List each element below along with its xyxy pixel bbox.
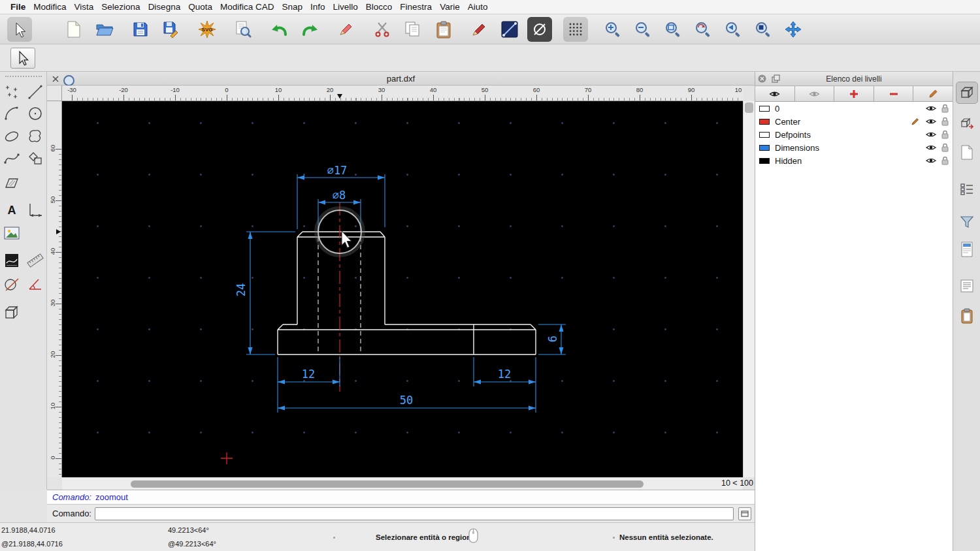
- vertical-scrollbar-thumb[interactable]: [745, 102, 753, 113]
- ellipse-tool-button[interactable]: [1, 127, 22, 146]
- layer-lock-icon[interactable]: [941, 143, 949, 154]
- layer-visibility-icon[interactable]: [926, 118, 936, 127]
- menu-quota[interactable]: Quota: [184, 2, 216, 12]
- layer-color-swatch[interactable]: [759, 119, 770, 125]
- fill-tool-button[interactable]: [1, 251, 22, 270]
- dimension-tool-button[interactable]: [25, 200, 46, 220]
- layer-row-0[interactable]: 0: [755, 102, 953, 115]
- layer-lock-icon[interactable]: [941, 130, 949, 141]
- property-pen-button[interactable]: [467, 17, 492, 42]
- box3d-tool-button[interactable]: [1, 303, 22, 323]
- shape-tool-button[interactable]: [1, 274, 22, 294]
- arc-tool-button[interactable]: [1, 104, 22, 123]
- new-file-button[interactable]: [61, 17, 86, 42]
- layer-row-hidden[interactable]: Hidden: [755, 154, 953, 167]
- hide-all-layers-button[interactable]: [795, 86, 835, 101]
- copy-button[interactable]: [400, 17, 425, 42]
- undo-button[interactable]: [267, 17, 292, 42]
- layer-row-dimensions[interactable]: Dimensions: [755, 141, 953, 154]
- measure-tool-button[interactable]: [25, 251, 46, 270]
- hruler-label: 70: [585, 86, 592, 93]
- text-tool-button[interactable]: A: [1, 200, 22, 220]
- print-preview-button[interactable]: [231, 17, 255, 42]
- layer-color-swatch[interactable]: [759, 145, 770, 151]
- layer-visibility-icon[interactable]: [926, 144, 936, 153]
- zoom-previous-button[interactable]: [721, 17, 745, 42]
- layer-lock-icon[interactable]: [941, 104, 949, 115]
- hatch-tool-button[interactable]: [1, 174, 22, 193]
- layer-visibility-icon[interactable]: [926, 157, 936, 166]
- save-button[interactable]: [128, 17, 153, 42]
- menu-aiuto[interactable]: Aiuto: [464, 2, 492, 12]
- menu-seleziona[interactable]: Seleziona: [97, 2, 144, 12]
- layer-visibility-icon[interactable]: [926, 104, 936, 114]
- select-tool-button[interactable]: [7, 17, 32, 42]
- cut-button[interactable]: [370, 17, 395, 42]
- zoom-out-button[interactable]: [630, 17, 655, 42]
- horizontal-scrollbar[interactable]: [62, 477, 743, 490]
- layer-visibility-icon[interactable]: [926, 131, 936, 140]
- pan-button[interactable]: [781, 17, 806, 42]
- report-panel-toggle-button[interactable]: [956, 238, 978, 260]
- layer-lock-icon[interactable]: [941, 117, 949, 128]
- horizontal-scrollbar-thumb[interactable]: [131, 480, 644, 488]
- circle-tool-button[interactable]: [25, 104, 46, 123]
- layer-color-swatch[interactable]: [759, 106, 770, 112]
- freehand-tool-button[interactable]: [1, 149, 22, 168]
- clipboard-panel-toggle-button[interactable]: [956, 305, 978, 327]
- point-tool-button[interactable]: [1, 82, 22, 102]
- menu-blocco[interactable]: Blocco: [362, 2, 397, 12]
- remove-layer-button[interactable]: [874, 86, 914, 101]
- active-select-tool-button[interactable]: [10, 48, 35, 69]
- menu-file[interactable]: File: [7, 2, 29, 12]
- zoom-in-button[interactable]: [600, 17, 625, 42]
- image-tool-button[interactable]: [1, 223, 22, 243]
- grid-toggle-button[interactable]: [563, 17, 588, 42]
- selection-filter-toggle-button[interactable]: [956, 211, 978, 233]
- menu-vista[interactable]: Vista: [71, 2, 98, 12]
- save-as-button[interactable]: [159, 17, 184, 42]
- menu-livello[interactable]: Livello: [329, 2, 362, 12]
- redo-button[interactable]: [297, 17, 322, 42]
- zoom-auto-button[interactable]: [661, 17, 685, 42]
- erase-pen-button[interactable]: [334, 17, 359, 42]
- command-input[interactable]: [95, 507, 734, 520]
- mouse-cursor: [342, 231, 351, 247]
- no-fill-button[interactable]: [527, 17, 552, 42]
- layer-row-defpoints[interactable]: Defpoints: [755, 128, 953, 141]
- menu-info[interactable]: Info: [306, 2, 329, 12]
- angle-measure-tool-button[interactable]: [25, 274, 46, 294]
- line-tool-button[interactable]: [25, 82, 46, 102]
- open-file-button[interactable]: [92, 17, 117, 42]
- menu-snap[interactable]: Snap: [278, 2, 306, 12]
- palette-drag-handle[interactable]: [5, 76, 42, 77]
- layer-lock-icon[interactable]: [941, 156, 949, 167]
- layer-color-swatch[interactable]: [759, 158, 770, 164]
- show-all-layers-button[interactable]: [755, 86, 795, 101]
- line-attributes-button[interactable]: [497, 17, 522, 42]
- layer-color-swatch[interactable]: [759, 132, 770, 138]
- paste-button[interactable]: [431, 17, 456, 42]
- text-list-toggle-button[interactable]: [956, 275, 978, 297]
- block-list-toggle-button[interactable]: [956, 112, 978, 134]
- vruler-label: 60: [49, 142, 57, 155]
- menu-varie[interactable]: Varie: [436, 2, 464, 12]
- add-layer-button[interactable]: [834, 86, 874, 101]
- library-browser-toggle-button[interactable]: [956, 178, 978, 200]
- vertical-scrollbar[interactable]: [743, 101, 755, 477]
- spline-tool-button[interactable]: [25, 127, 46, 146]
- drawing-canvas[interactable]: ⌀17 ⌀8 24 6 12 12 50: [62, 101, 743, 477]
- edit-layer-button[interactable]: [913, 86, 953, 101]
- menu-modifica-cad[interactable]: Modifica CAD: [216, 2, 278, 12]
- menu-disegna[interactable]: Disegna: [144, 2, 185, 12]
- menu-modifica[interactable]: Modifica: [29, 2, 70, 12]
- sheet-panel-toggle-button[interactable]: [956, 142, 978, 164]
- svg-export-button[interactable]: SVG: [195, 17, 220, 42]
- zoom-redraw-button[interactable]: [691, 17, 715, 42]
- command-options-button[interactable]: [738, 507, 751, 520]
- property-editor-toggle-button[interactable]: [956, 82, 978, 104]
- polygon-tool-button[interactable]: [25, 149, 46, 168]
- menu-finestra[interactable]: Finestra: [396, 2, 436, 12]
- layer-row-center[interactable]: Center: [755, 115, 953, 128]
- zoom-window-button[interactable]: [751, 17, 776, 42]
